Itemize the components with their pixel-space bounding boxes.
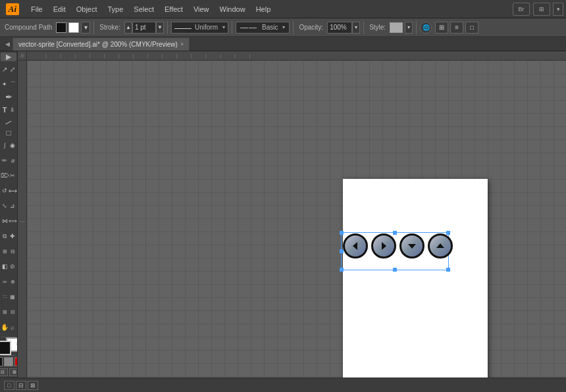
dropdown-arrow[interactable]: ▾ [553,3,563,16]
lasso-tool[interactable]: ⌒ [9,77,16,91]
arrange-btn[interactable]: ⊞ [533,3,550,16]
symbol-tool[interactable]: ∷ [1,289,9,304]
slice-tool[interactable]: ⊟ [9,305,16,319]
ruler-top-row: ⊞ | | | | | | | | | | | | | | | [18,51,566,61]
warp-tool[interactable]: ⋈ [1,214,9,228]
document-tab[interactable]: vector-sprite [Converted].ai* @ 200% (CM… [13,37,190,51]
stroke-swatch[interactable] [68,22,79,33]
blend-tool[interactable]: ∞ [1,274,9,289]
opacity-input[interactable] [327,22,352,34]
style-dropdown[interactable]: ▾ [405,22,413,34]
pencil-tool[interactable]: ✏ [1,153,9,168]
menu-window[interactable]: Window [215,3,250,15]
stroke-up-btn[interactable]: ▲ [124,22,132,34]
gradient-tool[interactable]: ◧ [1,259,9,274]
tab-close-btn[interactable]: × [180,41,184,47]
menu-edit[interactable]: Edit [49,3,70,15]
tab-bar: ◀ vector-sprite [Converted].ai* @ 200% (… [0,37,566,51]
separator-6 [416,21,417,34]
arrow-up-icon[interactable] [428,233,453,258]
arrow-down-icon[interactable] [399,233,424,258]
pen-tool[interactable]: ✒ [1,92,16,102]
fill-indicator[interactable] [0,341,11,355]
gray-swatch[interactable] [4,357,13,366]
menu-type[interactable]: Type [103,3,128,15]
rotate-tool[interactable]: ↺ [1,184,9,198]
stroke-line-preview: —— [174,22,190,33]
menu-view[interactable]: View [189,3,214,15]
bridge-btn[interactable]: Br [513,3,530,16]
stroke-down-btn[interactable]: ▼ [156,22,164,34]
menu-help[interactable]: Help [251,3,276,15]
arrow-icons-group[interactable] [343,233,453,258]
scissors-tool[interactable]: ✂ [9,168,16,183]
arrow-right-icon[interactable] [371,233,396,258]
free-transform-tool[interactable]: ⧉ [1,229,9,243]
fill-stroke-indicator[interactable]: ⇄ [0,341,18,351]
globe-btn[interactable]: 🌐 [420,22,432,34]
column-graph-tool[interactable]: ▦ [9,289,16,304]
blob-brush-tool[interactable]: ◉ [9,138,16,153]
tools-panel: ▶ ↗ ⤢ ✦ ⌒ ✒ T ⥥ / □ ∫ ◉ ✏ ⌀ [0,51,18,378]
fullscreen-mode-btn[interactable]: ⊟ [16,381,26,390]
smooth-tool[interactable]: ⌀ [9,153,16,168]
selection-tool[interactable]: ▶ [1,53,16,61]
swatch-area [0,357,18,366]
paintbrush-tool[interactable]: ∫ [1,138,9,153]
rect-tool[interactable]: □ [1,128,16,137]
shape-builder-tool[interactable]: ✚ [9,229,16,243]
vertical-type-tool[interactable]: ⥥ [9,103,16,117]
magic-wand-tool[interactable]: ✦ [1,77,9,91]
opacity-dropdown[interactable]: ▾ [352,22,360,34]
artboards-btn[interactable]: □ [465,22,478,34]
presentation-mode-btn[interactable]: ⊠ [28,381,38,390]
align-btn[interactable]: ≡ [450,22,463,34]
style-swatch[interactable] [390,22,403,33]
left-arrow-svg [350,241,361,251]
mesh-tool[interactable]: ⊟ [9,244,16,258]
opacity-label: Opacity: [297,24,325,31]
fill-swatch[interactable] [56,22,66,33]
stroke-value-input[interactable] [132,22,156,34]
svg-marker-2 [408,244,416,249]
reflect-tool[interactable]: ⟷ [9,184,16,198]
eraser-tool[interactable]: ⌦ [1,168,9,183]
canvas-inner: ||||||||||||||||||||| [18,61,566,378]
profile-dropdown-arrow[interactable]: ▾ [222,24,225,30]
type-tool[interactable]: T [1,103,9,117]
menu-select[interactable]: Select [129,3,159,15]
scale-tool[interactable]: ⤡ [1,199,9,213]
black-swatch[interactable] [0,357,3,366]
canvas-wrapper: ⊞ | | | | | | | | | | | | | | | | [18,51,566,378]
line-tool[interactable]: / [1,118,16,128]
zoom-tool[interactable]: ⌕ [9,320,16,334]
live-paint-tool[interactable]: ⊕ [9,274,16,289]
width-tool[interactable]: ⟺ [9,214,16,228]
hand-tool[interactable]: ✋ [1,320,9,334]
normal-mode-btn[interactable]: □ [4,381,14,390]
up-arrow-svg [435,241,446,251]
grid-options-btn[interactable]: ⊞ [435,22,448,34]
stroke-options-btn[interactable]: ▾ [81,22,90,34]
brush-dropdown-arrow[interactable]: ▾ [282,24,285,30]
canvas-grid[interactable] [27,61,566,378]
menu-object[interactable]: Object [72,3,102,15]
eyedropper-tool[interactable]: ⊘ [9,259,16,274]
svg-marker-3 [436,243,444,248]
group-selection-tool[interactable]: ⤢ [9,62,16,76]
direct-selection-tool[interactable]: ↗ [1,62,9,76]
menu-effect[interactable]: Effect [160,3,188,15]
main-area: ▶ ↗ ⤢ ✦ ⌒ ✒ T ⥥ / □ ∫ ◉ ✏ ⌀ [0,51,566,378]
shear-tool[interactable]: ⊿ [9,199,16,213]
profile-value: Uniform [193,24,220,31]
perspective-tool[interactable]: ⊞ [1,244,9,258]
tab-scroll-left[interactable]: ◀ [3,41,13,47]
svg-marker-0 [353,242,357,250]
screen-mode-normal[interactable]: ⊟ [0,368,8,376]
screen-mode-full[interactable]: ⊠ [9,368,18,376]
arrow-left-icon[interactable] [343,233,368,258]
separator-5 [363,21,364,34]
menu-file[interactable]: File [26,3,47,15]
artboard-tool[interactable]: ⊞ [1,305,9,319]
brush-value: Basic [260,24,280,31]
